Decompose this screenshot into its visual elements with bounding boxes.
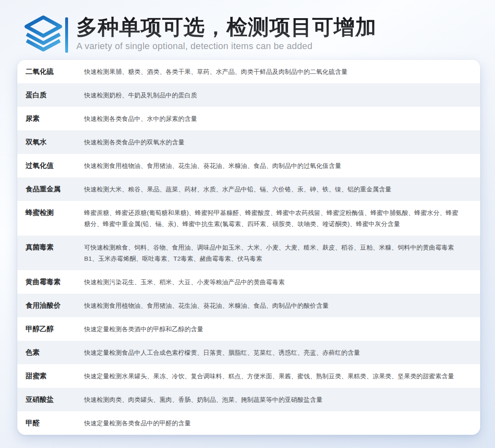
detection-items-table: 二氧化硫 快速检测果脯、糖类、酒类、各类干果、草药、水产品、肉类干鲜品及肉制品中… [17, 60, 480, 435]
table-row: 甲醇乙醇 快速定量检测各类酒中的甲醇和乙醇的含量 [17, 317, 480, 341]
item-description: 快速定量检测各类酒中的甲醇和乙醇的含量 [68, 323, 480, 335]
table-row: 双氧水 快速检测各类食品中的双氧水的含量 [17, 130, 480, 154]
table-row: 尿素 快速检测各类食品中、水中的尿素的含量 [17, 107, 480, 130]
item-name: 蜂蜜检测 [17, 207, 68, 218]
table-row: 甲醛 快速定量检测各类食品中的甲醛的含量 [17, 411, 480, 435]
item-description: 快速检测肉类、肉类罐头、熏肉、香肠、奶制品、泡菜、腌制蔬菜等中的亚硝酸盐含量 [68, 394, 480, 405]
item-name: 真菌毒素 [17, 242, 68, 253]
item-name: 二氧化硫 [17, 66, 68, 77]
item-name: 甜蜜素 [17, 370, 68, 382]
item-description: 快速检测奶粉、牛奶及乳制品中的蛋白质 [68, 90, 480, 101]
header-accent-bar [65, 17, 68, 53]
table-row: 黄曲霉毒素 快速检测污染花生、玉米、稻米、大豆、小麦等粮油产品中的黄曲霉毒素 [17, 270, 480, 294]
item-description: 蜂蜜蔗糖、蜂蜜还原糖(葡萄糖和果糖)、蜂蜜羟甲基糠醛、蜂蜜酸度、蜂蜜中农药残留、… [68, 207, 480, 229]
page-title: 多种单项可选，检测项目可增加 [76, 16, 377, 39]
table-row: 食品重金属 快速检测大米、粮谷、果品、蔬菜、药材、水质、水产品中铅、镉、六价铬、… [17, 177, 480, 201]
table-row: 食用油酸价 快速检测食用植物油、食用猪油、花生油、葵花油、米糠油、食品、肉制品中… [17, 294, 480, 317]
table-row: 亚硝酸盐 快速检测肉类、肉类罐头、熏肉、香肠、奶制品、泡菜、腌制蔬菜等中的亚硝酸… [17, 388, 480, 411]
layers-stack-icon [24, 15, 63, 55]
table-row: 真菌毒素 可快速检测粮食、饲料、谷物、食用油、调味品中如玉米、大米、小麦、大麦、… [17, 236, 480, 270]
item-name: 蛋白质 [17, 90, 68, 101]
page-subtitle: A variety of single optional, detection … [76, 41, 377, 52]
item-description: 快速检测果脯、糖类、酒类、各类干果、草药、水产品、肉类干鲜品及肉制品中的二氧化硫… [68, 66, 480, 77]
item-name: 双氧水 [17, 137, 68, 148]
item-description: 快速检测污染花生、玉米、稻米、大豆、小麦等粮油产品中的黄曲霉毒素 [68, 276, 480, 288]
item-name: 甲醇乙醇 [17, 323, 68, 335]
item-name: 色素 [17, 347, 68, 358]
item-description: 快速检测各类食品中的双氧水的含量 [68, 137, 480, 148]
table-row: 蛋白质 快速检测奶粉、牛奶及乳制品中的蛋白质 [17, 83, 480, 107]
page-header: 多种单项可选，检测项目可增加 A variety of single optio… [0, 0, 495, 58]
item-name: 黄曲霉毒素 [17, 276, 68, 288]
item-name: 尿素 [17, 113, 68, 124]
table-row: 甜蜜素 快速定量检测水果罐头、果冻、冷饮、复合调味料、糕点、方便米面、果酱、蜜饯… [17, 364, 480, 388]
item-description: 快速定量检测水果罐头、果冻、冷饮、复合调味料、糕点、方便米面、果酱、蜜饯、熟制豆… [68, 370, 480, 382]
item-name: 食用油酸价 [17, 300, 68, 311]
item-name: 亚硝酸盐 [17, 394, 68, 405]
item-description: 快速检测食用植物油、食用猪油、花生油、葵花油、米糠油、食品、肉制品中的过氧化值含… [68, 160, 480, 171]
item-description: 快速定量检测各类食品中的甲醛的含量 [68, 417, 480, 429]
table-row: 二氧化硫 快速检测果脯、糖类、酒类、各类干果、草药、水产品、肉类干鲜品及肉制品中… [17, 60, 480, 83]
item-description: 快速检测食用植物油、食用猪油、花生油、葵花油、米糠油、食品、肉制品中的酸价含量 [68, 300, 480, 311]
item-description: 可快速检测粮食、饲料、谷物、食用油、调味品中如玉米、大米、小麦、大麦、糙米、麸皮… [68, 242, 480, 264]
table-row: 过氧化值 快速检测食用植物油、食用猪油、花生油、葵花油、米糠油、食品、肉制品中的… [17, 154, 480, 177]
item-name: 食品重金属 [17, 184, 68, 195]
item-description: 快速检测大米、粮谷、果品、蔬菜、药材、水质、水产品中铅、镉、六价铬、汞、砷、铁、… [68, 184, 480, 195]
header-titles: 多种单项可选，检测项目可增加 A variety of single optio… [76, 15, 377, 52]
item-description: 快速检测各类食品中、水中的尿素的含量 [68, 113, 480, 124]
table-row: 色素 快速定量检测食品中人工合成色素柠檬黄、日落黄、胭脂红、苋菜红、诱惑红、亮蓝… [17, 341, 480, 364]
item-description: 快速定量检测食品中人工合成色素柠檬黄、日落黄、胭脂红、苋菜红、诱惑红、亮蓝、赤藓… [68, 347, 480, 358]
item-name: 甲醛 [17, 417, 68, 429]
detection-items-card: 二氧化硫 快速检测果脯、糖类、酒类、各类干果、草药、水产品、肉类干鲜品及肉制品中… [17, 60, 480, 435]
item-name: 过氧化值 [17, 160, 68, 171]
table-row: 蜂蜜检测 蜂蜜蔗糖、蜂蜜还原糖(葡萄糖和果糖)、蜂蜜羟甲基糠醛、蜂蜜酸度、蜂蜜中… [17, 201, 480, 236]
